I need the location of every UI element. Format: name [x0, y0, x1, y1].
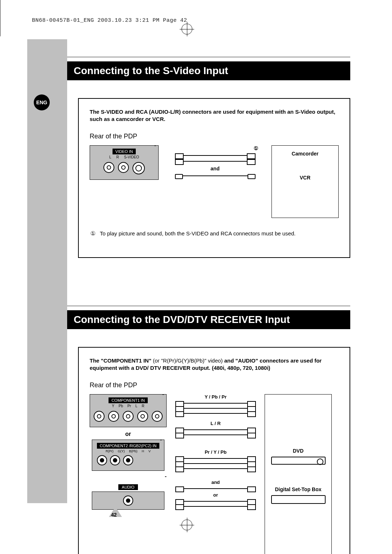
component1-panel: - COMPONENT1 IN Y Pb Pr L R	[90, 394, 167, 427]
audio-jack	[123, 496, 133, 506]
rgb-cable	[177, 457, 254, 460]
s-video-jack	[132, 162, 145, 174]
note-row-1: ① To play picture and sound, both the S-…	[90, 230, 339, 237]
audio-rca-cable	[177, 505, 254, 508]
camcorder-label: Camcorder	[292, 151, 319, 157]
diagram-row-2: - COMPONENT1 IN Y Pb Pr L R	[90, 394, 339, 554]
sub-bpb: B(Pb)	[129, 449, 137, 453]
crop-mark	[0, 18, 0, 36]
component-cable	[177, 407, 254, 410]
video-in-label: VIDEO IN	[113, 149, 136, 154]
note-text: To play picture and sound, both the S-VI…	[100, 230, 295, 237]
audio-rca-cable	[177, 500, 254, 503]
sub-v: V	[148, 449, 151, 453]
sub-r: R	[142, 404, 144, 408]
stb-label: Digital Set-Top Box	[275, 486, 321, 492]
sub-gy: G(Y)	[118, 449, 124, 453]
device-box-2: DVD Digital Set-Top Box	[265, 394, 332, 554]
or-label-panels: or	[125, 431, 131, 437]
audio-label: AUDIO	[118, 484, 138, 490]
cable-diagram-1: ① and	[170, 145, 261, 177]
component-jack	[94, 411, 105, 422]
section-1-intro: The S-VIDEO and RCA (AUDIO-L/R) connecto…	[90, 108, 339, 123]
side-rail	[27, 39, 67, 503]
cable-and-1: and	[211, 166, 220, 171]
audio-cable	[177, 428, 254, 431]
intro-pre: The "COMPONENT1 IN"	[90, 357, 153, 364]
section-2-title: Connecting to the DVD/DTV RECEIVER Input	[67, 305, 350, 329]
diagram-row-1: - VIDEO IN L R S-VIDEO ① and	[90, 145, 339, 218]
sub-h: H	[142, 449, 144, 453]
section-2-body: The "COMPONENT1 IN" (or "R(Pr)/G(Y)/B(Pb…	[78, 347, 350, 554]
cable-prypb-label: Pr / Y / Pb	[205, 449, 226, 455]
rca-cable	[177, 154, 253, 157]
rca-cable	[177, 160, 253, 163]
intro-light: (or "R(Pr)/G(Y)/B(Pb)" video)	[153, 357, 222, 364]
crop-mark	[0, 0, 0, 18]
bnc-jack	[110, 455, 120, 465]
rear-panels-column: - COMPONENT1 IN Y Pb Pr L R	[90, 394, 167, 510]
language-badge: ENG	[34, 94, 50, 110]
cable-marker-1: ①	[254, 145, 261, 151]
cable-lr-label: L / R	[211, 421, 221, 426]
sub-pr: Pr	[127, 404, 131, 408]
rgb-cable	[177, 462, 254, 465]
svideo-cable	[177, 174, 253, 177]
audio-cable	[177, 433, 254, 436]
rgb-cable	[177, 467, 254, 470]
section-1-body: The S-VIDEO and RCA (AUDIO-L/R) connecto…	[78, 98, 350, 258]
section-1-heading: Connecting to the S-Video Input	[67, 61, 350, 80]
settop-icon	[271, 495, 326, 504]
component-jack	[108, 411, 119, 422]
component1-label: COMPONENT1 IN	[109, 397, 148, 403]
vcr-label: VCR	[300, 175, 311, 181]
component-jack	[152, 411, 163, 422]
component2-panel: - COMPONENT2 /RGB2(PC2) IN R(Pr) G(Y) B(…	[92, 440, 164, 471]
rca-jack-l	[103, 162, 114, 173]
rear-label-1: Rear of the PDP	[90, 133, 339, 140]
component-jack	[137, 411, 148, 422]
section-1-title: Connecting to the S-Video Input	[67, 56, 350, 80]
cable-ypbpr-label: Y / Pb / Pr	[205, 394, 226, 400]
sub-l: L	[135, 404, 138, 408]
panel-sub-sv: S-VIDEO	[124, 155, 139, 159]
component-cable	[177, 402, 254, 405]
component-cable	[177, 412, 254, 415]
rca-jack-r	[118, 162, 129, 173]
video-in-panel: - VIDEO IN L R S-VIDEO	[90, 145, 159, 180]
dvd-label: DVD	[293, 448, 304, 454]
component-jack	[123, 411, 134, 422]
component2-label: COMPONENT2 /RGB2(PC2) IN	[97, 443, 159, 449]
panel-sub-l: L	[109, 155, 111, 159]
print-header: BN68-00457B-01_ENG 2003.10.23 3:21 PM Pa…	[32, 17, 187, 24]
cable-column: Y / Pb / Pr L / R Pr / Y / Pb	[177, 394, 254, 508]
dvd-icon	[271, 457, 326, 465]
note-marker: ①	[90, 230, 96, 237]
audio-mini-cable	[177, 487, 254, 490]
device-box-1: Camcorder VCR	[271, 145, 339, 218]
sub-y: Y	[112, 404, 114, 408]
panel-sub-r: R	[117, 155, 119, 159]
section-2-heading: Connecting to the DVD/DTV RECEIVER Input	[67, 310, 350, 329]
cable-or: or	[213, 492, 218, 498]
bnc-jack	[97, 455, 107, 465]
sub-pb: Pb	[119, 404, 123, 408]
section-2-intro: The "COMPONENT1 IN" (or "R(Pr)/G(Y)/B(Pb…	[90, 357, 339, 372]
crop-cross-top	[180, 22, 194, 36]
sub-rpr: R(Pr)	[106, 449, 114, 453]
bnc-jack	[123, 455, 133, 465]
rear-label-2: Rear of the PDP	[90, 381, 339, 389]
cable-and-2: and	[211, 480, 220, 485]
page-number: 42	[111, 512, 117, 518]
